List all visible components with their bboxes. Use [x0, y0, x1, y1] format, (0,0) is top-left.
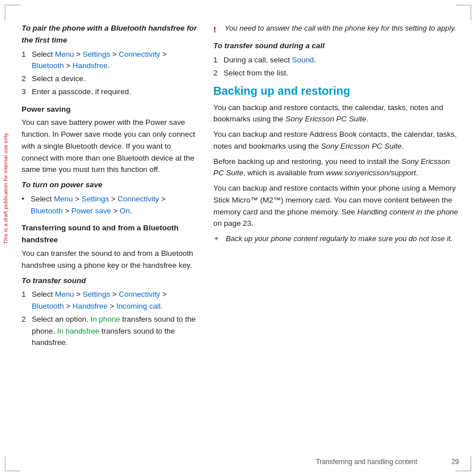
- step-num-1: 1: [22, 49, 30, 73]
- corner-mark-bl: [5, 456, 20, 471]
- connectivity-link-2: Connectivity: [117, 195, 159, 203]
- handsfree-link-1: Handsfree: [73, 61, 108, 70]
- warning-text: You need to answer the call with the pho…: [225, 23, 456, 36]
- bullet-dot-icon: •: [22, 193, 27, 217]
- transfer-step-2: 2 Select an option. In phone transfers s…: [22, 314, 197, 349]
- power-save-bullet: • Select Menu > Settings > Connectivity …: [22, 193, 197, 217]
- warning-note: ! You need to answer the call with the p…: [213, 23, 459, 36]
- tip-note: ✦ Back up your phone content regularly t…: [213, 233, 459, 245]
- backup-para-3: Before backing up and restoring, you nee…: [213, 156, 459, 180]
- power-saving-body: You can save battery power with the Powe…: [22, 117, 197, 176]
- handling-content-italic: Handling content in the phone: [357, 208, 458, 216]
- footer-chapter: Transferring and handling content: [316, 458, 418, 466]
- menu-link-3: Menu: [55, 290, 74, 298]
- settings-link-2: Settings: [82, 195, 109, 203]
- draft-label: This is a draft publication for internal…: [3, 233, 9, 244]
- transfer-call-steps: 1 During a call, select Sound. 2 Select …: [213, 54, 459, 79]
- settings-link-1: Settings: [83, 50, 110, 58]
- bluetooth-link-3: Bluetooth: [32, 302, 64, 310]
- transfer-step-1: 1 Select Menu > Settings > Connectivity …: [22, 289, 197, 313]
- handsfree-link-3: Handsfree: [73, 302, 108, 310]
- transfer-heading: Transferring sound to and from a Bluetoo…: [22, 222, 197, 246]
- transfer-call-step-2: 2 Select from the list.: [213, 68, 459, 79]
- transfer-step-num-2: 2: [22, 314, 30, 349]
- bluetooth-link-2: Bluetooth: [31, 207, 63, 215]
- transfer-sound-title: To transfer sound: [22, 275, 197, 287]
- on-link: On: [120, 207, 130, 215]
- transfer-call-step-1: 1 During a call, select Sound.: [213, 54, 459, 66]
- pair-step-3: 3 Enter a passcode, if required.: [22, 86, 197, 98]
- call-step-1-text: During a call, select Sound.: [224, 54, 316, 66]
- pair-step-2: 2 Select a device.: [22, 73, 197, 85]
- menu-link-2: Menu: [54, 195, 73, 203]
- bluetooth-link-1: Bluetooth: [32, 61, 64, 70]
- pair-step-1: 1 Select Menu > Settings > Connectivity …: [22, 49, 197, 73]
- call-step-num-2: 2: [213, 68, 221, 79]
- transfer-sound-steps: 1 Select Menu > Settings > Connectivity …: [22, 289, 197, 349]
- right-column: ! You need to answer the call with the p…: [213, 23, 459, 453]
- transfer-step-2-text: Select an option. In phone transfers sou…: [32, 314, 197, 349]
- pair-steps-list: 1 Select Menu > Settings > Connectivity …: [22, 49, 197, 98]
- transfer-body: You can transfer the sound to and from a…: [22, 248, 197, 272]
- backup-heading: Backing up and restoring: [213, 84, 459, 98]
- transfer-step-1-text: Select Menu > Settings > Connectivity > …: [32, 289, 197, 313]
- in-handsfree-link: In handsfree: [57, 327, 99, 335]
- incoming-call-link: Incoming call: [116, 302, 161, 310]
- call-step-num-1: 1: [213, 54, 221, 66]
- sony-ericsson-italic-1: Sony Ericsson PC Suite: [285, 115, 366, 123]
- in-phone-link: In phone: [90, 315, 120, 323]
- pair-step-1-text: Select Menu > Settings > Connectivity > …: [32, 49, 197, 73]
- power-save-link: Power save: [71, 207, 111, 215]
- step-num-3: 3: [22, 86, 30, 98]
- sound-link: Sound: [292, 56, 314, 64]
- connectivity-link-1: Connectivity: [119, 50, 160, 58]
- pair-step-3-text: Enter a passcode, if required.: [32, 86, 131, 98]
- content-wrapper: To pair the phone with a Bluetooth hands…: [22, 23, 459, 453]
- pair-section-title: To pair the phone with a Bluetooth hands…: [22, 23, 197, 47]
- sony-ericsson-italic-2: Sony Ericsson PC Suite: [321, 142, 402, 150]
- tip-text: Back up your phone content regularly to …: [226, 233, 453, 245]
- tip-icon: ✦: [213, 233, 222, 245]
- exclamation-icon: !: [213, 23, 221, 36]
- transfer-call-title: To transfer sound during a call: [213, 40, 459, 52]
- call-step-2-text: Select from the list.: [224, 68, 288, 79]
- corner-mark-tl: [5, 5, 20, 20]
- connectivity-link-3: Connectivity: [119, 290, 160, 298]
- menu-link-1: Menu: [55, 50, 74, 58]
- power-save-bullet-text: Select Menu > Settings > Connectivity > …: [31, 193, 197, 217]
- sony-url: www.sonyericsson/support: [326, 169, 416, 177]
- step-num-2: 2: [22, 73, 30, 85]
- transfer-step-num-1: 1: [22, 289, 30, 313]
- settings-link-3: Settings: [83, 290, 110, 298]
- backup-para-2: You can backup and restore Address Book …: [213, 129, 459, 153]
- pair-step-2-text: Select a device.: [32, 73, 86, 85]
- corner-mark-tr: [456, 5, 471, 20]
- backup-para-1: You can backup and restore contacts, the…: [213, 102, 459, 126]
- turn-on-power-save-title: To turn on power save: [22, 179, 197, 191]
- footer: Transferring and handling content 29: [316, 458, 459, 466]
- left-column: To pair the phone with a Bluetooth hands…: [22, 23, 197, 453]
- power-saving-heading: Power saving: [22, 104, 197, 116]
- backup-para-4: You can backup and restore contacts with…: [213, 183, 459, 230]
- footer-page: 29: [452, 458, 459, 466]
